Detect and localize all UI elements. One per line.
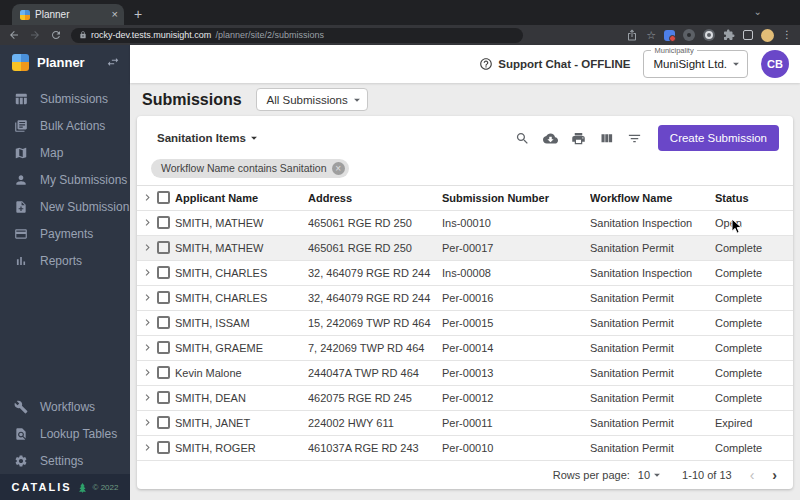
expand-row-icon[interactable] bbox=[141, 391, 154, 404]
screen: Planner × + ⌄ rocky-dev.tests.munisight.… bbox=[0, 0, 800, 500]
new-tab-icon[interactable]: + bbox=[134, 7, 142, 25]
select-all-checkbox[interactable] bbox=[157, 191, 170, 204]
support-chat-status[interactable]: Support Chat - OFFLINE bbox=[479, 57, 630, 71]
row-checkbox[interactable] bbox=[157, 341, 170, 354]
expand-row-icon[interactable] bbox=[141, 316, 154, 329]
extension-icon[interactable] bbox=[683, 29, 695, 41]
sidebar-item-reports[interactable]: Reports bbox=[0, 247, 130, 274]
municipality-select[interactable]: Municipality MuniSight Ltd. bbox=[643, 50, 748, 78]
submission-number-cell: Per-00013 bbox=[442, 367, 590, 379]
rows-per-page-select[interactable]: 10 bbox=[638, 468, 664, 482]
row-checkbox[interactable] bbox=[157, 316, 170, 329]
applicant-name-cell: SMITH, ROGER bbox=[175, 442, 308, 454]
applicant-name-cell: SMITH, ISSAM bbox=[175, 317, 308, 329]
column-header-address[interactable]: Address bbox=[308, 192, 442, 204]
table-row[interactable]: SMITH, CHARLES 32, 464079 RGE RD 244 Ins… bbox=[137, 261, 793, 286]
extension-icon[interactable] bbox=[703, 29, 715, 41]
tab-close-icon[interactable]: × bbox=[112, 9, 118, 20]
row-checkbox[interactable] bbox=[157, 391, 170, 404]
row-checkbox[interactable] bbox=[157, 416, 170, 429]
view-selector-value: All Submissions bbox=[267, 94, 348, 106]
print-icon[interactable] bbox=[571, 131, 586, 146]
sidebar-item-new-submission[interactable]: New Submission bbox=[0, 193, 130, 220]
sidebar-item-workflows[interactable]: Workflows bbox=[0, 393, 130, 420]
collapse-sidebar-icon[interactable] bbox=[106, 55, 120, 69]
column-header-applicant-name[interactable]: Applicant Name bbox=[175, 192, 308, 204]
table-row[interactable]: SMITH, DEAN 462075 RGE RD 245 Per-00012 … bbox=[137, 386, 793, 411]
table-row[interactable]: SMITH, JANET 224002 HWY 611 Per-00011 Sa… bbox=[137, 411, 793, 436]
sidebar-item-settings[interactable]: Settings bbox=[0, 447, 130, 474]
expand-row-icon[interactable] bbox=[141, 291, 154, 304]
create-submission-button[interactable]: Create Submission bbox=[658, 125, 779, 151]
expand-row-icon[interactable] bbox=[141, 241, 154, 254]
address-cell: 15, 242069 TWP RD 464 bbox=[308, 317, 442, 329]
user-avatar[interactable]: CB bbox=[761, 50, 789, 78]
row-checkbox[interactable] bbox=[157, 216, 170, 229]
forward-icon[interactable] bbox=[29, 29, 41, 41]
row-checkbox[interactable] bbox=[157, 366, 170, 379]
expand-row-icon[interactable] bbox=[141, 341, 154, 354]
submission-number-cell: Ins-00008 bbox=[442, 267, 590, 279]
filter-chip[interactable]: Workflow Name contains Sanitation × bbox=[151, 159, 349, 178]
cloud-download-icon[interactable] bbox=[543, 131, 558, 146]
submission-number-cell: Per-00012 bbox=[442, 392, 590, 404]
pagination: Rows per page: 10 1-10 of 13 ‹ › bbox=[137, 461, 793, 489]
catalis-brand: CATALIS bbox=[12, 481, 72, 493]
side-panel-icon[interactable] bbox=[743, 30, 753, 40]
sidebar-footer: CATALIS © 2022 bbox=[0, 474, 130, 500]
reload-icon[interactable] bbox=[50, 29, 62, 41]
bookmark-star-icon[interactable]: ☆ bbox=[646, 30, 656, 41]
row-checkbox[interactable] bbox=[157, 441, 170, 454]
browser-tab[interactable]: Planner × bbox=[12, 4, 124, 25]
table-row[interactable]: SMITH, CHARLES 32, 464079 RGE RD 244 Per… bbox=[137, 286, 793, 311]
sidebar-nav-bottom: Workflows Lookup Tables Settings bbox=[0, 387, 130, 474]
page-title: Submissions bbox=[142, 91, 242, 109]
url-path: /planner/site/2/submissions bbox=[215, 30, 324, 40]
table-row[interactable]: SMITH, GRAEME 7, 242069 TWP RD 464 Per-0… bbox=[137, 336, 793, 361]
saved-filter-dropdown[interactable]: Sanitation Items bbox=[157, 131, 261, 145]
expand-row-icon[interactable] bbox=[141, 266, 154, 279]
sidebar-item-bulk-actions[interactable]: Bulk Actions bbox=[0, 112, 130, 139]
view-selector-dropdown[interactable]: All Submissions bbox=[256, 88, 368, 111]
expand-all-icon[interactable] bbox=[141, 191, 154, 204]
url-domain: rocky-dev.tests.munisight.com bbox=[91, 30, 211, 40]
remove-filter-icon[interactable]: × bbox=[332, 162, 345, 175]
next-page-icon[interactable]: › bbox=[772, 467, 777, 483]
sidebar-item-payments[interactable]: Payments bbox=[0, 220, 130, 247]
previous-page-icon[interactable]: ‹ bbox=[750, 467, 755, 483]
table-row[interactable]: SMITH, MATHEW 465061 RGE RD 250 Ins-0001… bbox=[137, 211, 793, 236]
column-header-workflow-name[interactable]: Workflow Name bbox=[590, 192, 715, 204]
row-checkbox[interactable] bbox=[157, 241, 170, 254]
browser-menu-icon[interactable]: ⋮ bbox=[782, 30, 792, 40]
table-row[interactable]: Kevin Malone 244047A TWP RD 464 Per-0001… bbox=[137, 361, 793, 386]
sidebar-item-my-submissions[interactable]: My Submissions bbox=[0, 166, 130, 193]
chevron-down-icon[interactable]: ⌄ bbox=[754, 6, 762, 17]
column-header-submission-number[interactable]: Submission Number bbox=[442, 192, 590, 204]
extensions-puzzle-icon[interactable] bbox=[723, 29, 735, 41]
back-icon[interactable] bbox=[8, 29, 20, 41]
submission-number-cell: Per-00017 bbox=[442, 242, 590, 254]
chevron-down-icon bbox=[650, 468, 664, 482]
expand-row-icon[interactable] bbox=[141, 366, 154, 379]
row-checkbox[interactable] bbox=[157, 266, 170, 279]
column-header-status[interactable]: Status bbox=[715, 192, 793, 204]
table-row[interactable]: SMITH, ISSAM 15, 242069 TWP RD 464 Per-0… bbox=[137, 311, 793, 336]
workflow-name-cell: Sanitation Inspection bbox=[590, 217, 715, 229]
municipality-value: MuniSight Ltd. bbox=[653, 58, 727, 70]
extension-icon[interactable] bbox=[664, 30, 675, 41]
address-bar[interactable]: rocky-dev.tests.munisight.com /planner/s… bbox=[71, 28, 523, 43]
table-row[interactable]: SMITH, MATHEW 465061 RGE RD 250 Per-0001… bbox=[137, 236, 793, 261]
table-row[interactable]: SMITH, ROGER 461037A RGE RD 243 Per-0001… bbox=[137, 436, 793, 461]
expand-row-icon[interactable] bbox=[141, 216, 154, 229]
expand-row-icon[interactable] bbox=[141, 416, 154, 429]
sidebar-item-lookup-tables[interactable]: Lookup Tables bbox=[0, 420, 130, 447]
sidebar-item-map[interactable]: Map bbox=[0, 139, 130, 166]
view-columns-icon[interactable] bbox=[599, 131, 614, 146]
share-icon[interactable] bbox=[626, 29, 638, 41]
filter-list-icon[interactable] bbox=[627, 131, 642, 146]
expand-row-icon[interactable] bbox=[141, 441, 154, 454]
row-checkbox[interactable] bbox=[157, 291, 170, 304]
search-icon[interactable] bbox=[515, 131, 530, 146]
sidebar-item-submissions[interactable]: Submissions bbox=[0, 85, 130, 112]
browser-profile-avatar[interactable] bbox=[761, 29, 774, 42]
